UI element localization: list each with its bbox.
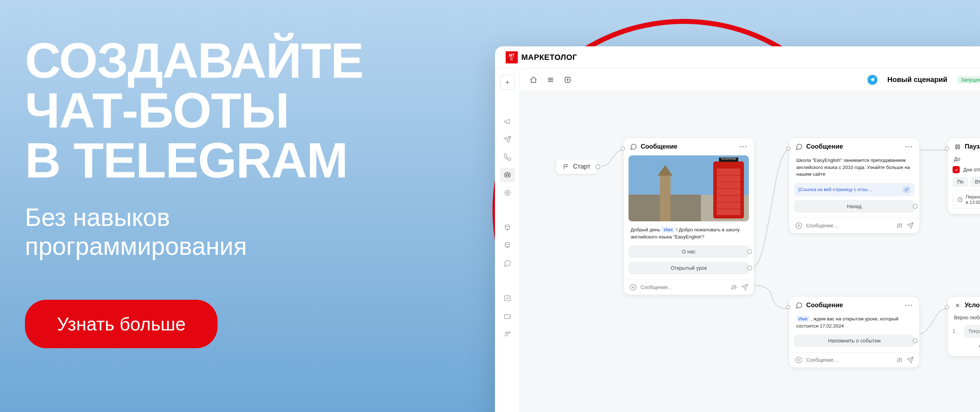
node-title: Сообщение bbox=[641, 143, 736, 150]
send-icon[interactable] bbox=[907, 222, 914, 229]
start-node[interactable]: Старт bbox=[555, 159, 598, 174]
node-title: Условие bbox=[965, 302, 980, 309]
day-mon[interactable]: Пн bbox=[953, 177, 968, 187]
condition-icon bbox=[954, 302, 961, 309]
message-node-3[interactable]: Сообщение ••• Имя , ждем вас на открытом… bbox=[789, 296, 920, 368]
message-node-1[interactable]: Сообщение ••• TELEPHONE Добрый день Имя … bbox=[623, 137, 754, 295]
checkbox-days[interactable] bbox=[953, 166, 960, 173]
people-icon[interactable] bbox=[500, 326, 515, 342]
sliders-icon[interactable] bbox=[896, 356, 903, 364]
add-message-icon[interactable] bbox=[795, 356, 803, 364]
svg-rect-1 bbox=[504, 173, 510, 177]
open-lesson-button[interactable]: Открытый урок bbox=[628, 262, 749, 275]
svg-point-2 bbox=[506, 175, 507, 176]
message-icon bbox=[795, 143, 803, 150]
message-icon bbox=[795, 302, 803, 309]
svg-point-20 bbox=[900, 225, 902, 226]
message-input[interactable] bbox=[806, 357, 892, 363]
svg-point-16 bbox=[735, 287, 736, 288]
flag-icon bbox=[563, 164, 570, 170]
remind-button[interactable]: Напомнить о событии bbox=[794, 334, 915, 347]
svg-rect-25 bbox=[956, 145, 957, 149]
start-label: Старт bbox=[573, 163, 590, 170]
name-token: Имя bbox=[662, 227, 675, 233]
svg-point-22 bbox=[897, 361, 898, 362]
bot-icon[interactable] bbox=[500, 168, 515, 182]
svg-point-24 bbox=[900, 359, 902, 361]
wallet-icon[interactable] bbox=[500, 309, 515, 324]
message-node-2[interactable]: Сообщение ••• Школа "EasyEnglish" занима… bbox=[789, 137, 920, 233]
app-window: МТС МАРКЕТОЛОГ bbox=[495, 46, 980, 412]
home-icon[interactable] bbox=[528, 75, 538, 85]
more-icon[interactable]: ••• bbox=[739, 144, 748, 150]
until-label: До bbox=[953, 155, 980, 163]
scenario-title: Новый сценарий bbox=[888, 75, 947, 84]
svg-point-14 bbox=[732, 288, 732, 289]
sliders-icon[interactable] bbox=[730, 284, 738, 291]
pause-icon bbox=[954, 143, 961, 150]
node-title: Сообщение bbox=[806, 143, 901, 150]
transit-row[interactable]: Переход к с в 13:00 (GM bbox=[953, 190, 980, 209]
message-input[interactable] bbox=[806, 223, 892, 228]
add-condition-button[interactable]: + Доба bbox=[953, 341, 980, 351]
flow-canvas[interactable]: Старт Сообщение ••• bbox=[520, 91, 980, 412]
message-input[interactable] bbox=[641, 284, 727, 290]
sliders-icon[interactable] bbox=[896, 222, 903, 229]
db-in-icon[interactable] bbox=[500, 220, 515, 235]
chart-icon[interactable] bbox=[500, 291, 515, 306]
add-message-icon[interactable] bbox=[795, 222, 803, 230]
sidebar bbox=[495, 69, 520, 412]
cond-subtitle: Верно любое и bbox=[953, 314, 980, 321]
condition-node[interactable]: Условие Верно любое и 1 Текущая д + Доба bbox=[947, 296, 980, 356]
node-body-text: Имя , ждем вас на открытом уроке, которы… bbox=[794, 314, 915, 331]
more-icon[interactable]: ••• bbox=[905, 302, 913, 309]
banner-subtitle: Без навыков программирования bbox=[25, 203, 452, 260]
cta-learn-more-button[interactable]: Узнать больше bbox=[25, 300, 218, 348]
cond-input[interactable]: Текущая д bbox=[964, 325, 980, 337]
node-title: Сообщение bbox=[806, 302, 901, 309]
add-button[interactable] bbox=[500, 75, 515, 90]
node-title: Пауза bbox=[965, 143, 980, 150]
chat-icon[interactable] bbox=[500, 256, 515, 271]
svg-point-11 bbox=[508, 332, 510, 334]
about-button[interactable]: О нас bbox=[628, 245, 749, 258]
more-icon[interactable]: ••• bbox=[905, 144, 913, 150]
status-badge: Запущен bbox=[957, 76, 980, 84]
add-message-icon[interactable] bbox=[629, 283, 637, 291]
svg-rect-26 bbox=[958, 145, 959, 149]
svg-point-5 bbox=[506, 192, 509, 194]
toolbar: Новый сценарий Запущен bbox=[520, 69, 980, 91]
node-body-text: Школа "EasyEnglish" занимается преподава… bbox=[794, 155, 915, 179]
send-icon[interactable] bbox=[500, 132, 515, 147]
svg-point-6 bbox=[505, 225, 509, 227]
svg-point-18 bbox=[897, 226, 898, 227]
menu-icon[interactable] bbox=[546, 75, 555, 85]
brand-name: МАРКЕТОЛОГ bbox=[521, 53, 577, 62]
days-label: Дни отпра bbox=[962, 166, 980, 173]
svg-point-10 bbox=[505, 332, 508, 334]
send-icon[interactable] bbox=[741, 284, 748, 291]
cond-number: 1 bbox=[953, 328, 961, 334]
send-icon[interactable] bbox=[907, 356, 914, 364]
back-button[interactable]: Назад bbox=[794, 200, 915, 213]
target-icon[interactable] bbox=[500, 185, 515, 200]
greeting-text: Добрый день Имя ! Добро пожаловать в шко… bbox=[628, 225, 749, 242]
megaphone-icon[interactable] bbox=[500, 114, 515, 129]
day-tue[interactable]: Вт bbox=[970, 177, 980, 187]
db-out-icon[interactable] bbox=[500, 238, 515, 253]
banner-title: СОЗДАВАЙТЕ ЧАТ-БОТЫ В TELEGRAM bbox=[25, 36, 452, 185]
link-icon bbox=[903, 186, 910, 193]
svg-point-19 bbox=[899, 224, 900, 225]
phone-icon[interactable] bbox=[500, 150, 515, 164]
svg-point-7 bbox=[505, 243, 509, 245]
svg-point-4 bbox=[504, 190, 510, 196]
brand-logo: МТС bbox=[506, 51, 518, 64]
message-icon bbox=[630, 143, 637, 150]
add-box-icon[interactable] bbox=[563, 75, 573, 85]
link-pill[interactable]: [Ссылка на веб-страницу с отзы… bbox=[794, 183, 915, 196]
pause-node[interactable]: Пауза До Дни отпра Пн Вт bbox=[947, 137, 980, 214]
svg-point-3 bbox=[508, 175, 509, 176]
svg-point-15 bbox=[733, 286, 734, 287]
svg-point-23 bbox=[899, 358, 900, 359]
clock-icon bbox=[957, 197, 963, 203]
